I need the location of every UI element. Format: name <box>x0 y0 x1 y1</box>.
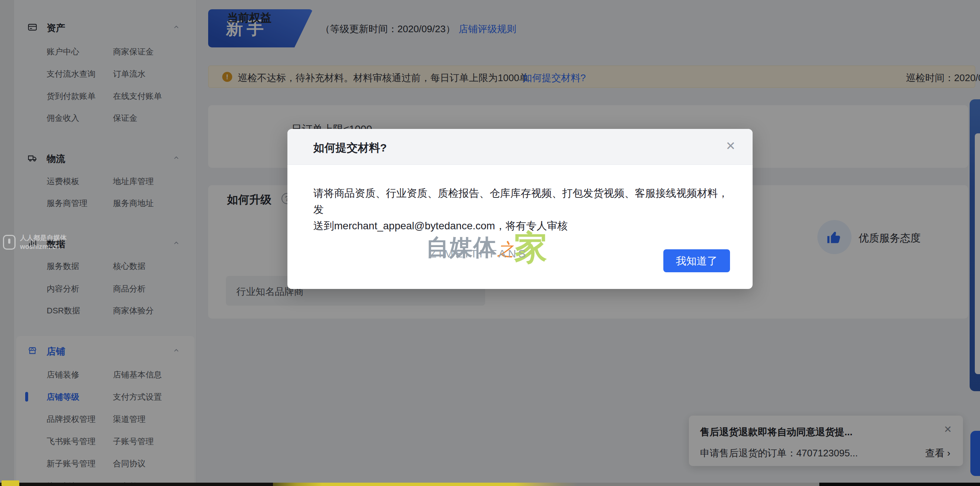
video-progress-bar[interactable] <box>0 483 980 486</box>
watermark-domain: woshizmt.cn <box>20 243 60 250</box>
confirm-button[interactable]: 我知道了 <box>663 249 730 272</box>
video-progress-chip <box>2 480 19 486</box>
modal-header: 如何提交材料? ✕ <box>287 129 752 165</box>
close-icon[interactable]: ✕ <box>725 139 735 153</box>
modal-title: 如何提交材料? <box>313 140 387 156</box>
mic-logo-icon <box>3 235 16 250</box>
watermark-text: 人人都是自媒体 <box>20 234 67 242</box>
center-watermark-domain: ZIMEITI.FANS <box>430 247 528 260</box>
merchant-dashboard: 资产 账户中心 商家保证金 支付流水查询 订单流水 货到付款账单 在线支付账单 … <box>0 0 980 486</box>
modal-body-line1: 请将商品资质、行业资质、质检报告、仓库库存视频、打包发货视频、客服接线视频材料，… <box>313 185 732 218</box>
